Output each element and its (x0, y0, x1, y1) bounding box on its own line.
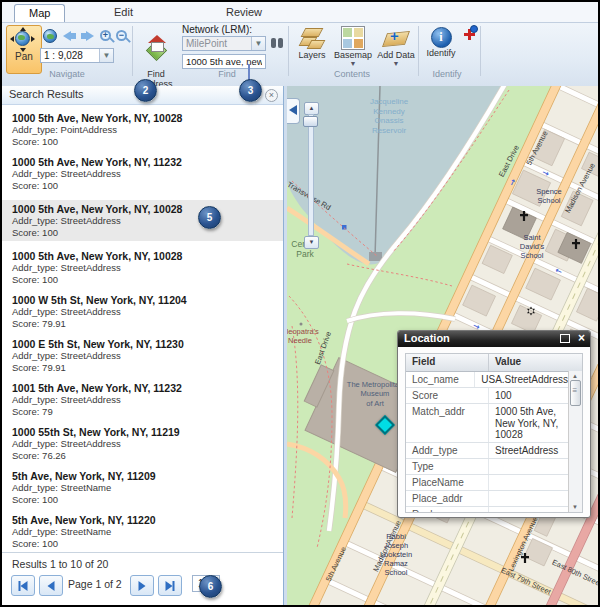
reservoir-pumphouse (369, 252, 382, 261)
result-addr-type: Addr_type: PointAddress (12, 124, 273, 136)
next-page-button[interactable] (130, 575, 154, 596)
full-extent-icon[interactable] (43, 29, 57, 43)
scroll-down-icon[interactable]: ▼ (572, 504, 578, 510)
search-result-item[interactable]: 1000 W 5th St, New York, NY, 11204 Addr_… (12, 294, 273, 329)
close-icon[interactable]: × (265, 89, 278, 102)
back-arrow-icon[interactable] (63, 29, 71, 39)
result-score: Score: 100 (12, 227, 273, 239)
attribute-field: Type (406, 459, 489, 474)
search-result-item[interactable]: 1000 5th Ave, New York, NY, 10028 Addr_t… (12, 250, 273, 285)
result-score: Score: 79.91 (12, 362, 273, 374)
search-result-item[interactable]: 1000 5th Ave, New York, NY, 10028 Addr_t… (2, 200, 283, 241)
layers-icon (299, 26, 325, 50)
tab-review[interactable]: Review (212, 4, 276, 21)
attribute-row[interactable]: Score 100 (406, 388, 582, 404)
network-value: MilePoint (186, 38, 227, 49)
scale-combo[interactable]: 1 : 9,028 ▼ (40, 48, 114, 63)
ribbon-tab-strip: Map Edit Review (2, 2, 598, 23)
result-address: 1001 5th Ave, New York, NY, 11232 (12, 382, 273, 394)
attribute-row[interactable]: Loc_name USA.StreetAddress (406, 372, 582, 388)
callout-line (248, 64, 250, 80)
first-page-button[interactable] (11, 575, 35, 596)
attribute-field: Place_addr (406, 491, 489, 506)
attribute-row[interactable]: Type (406, 459, 582, 475)
basemap-icon (341, 26, 365, 50)
layers-button[interactable]: Layers (294, 26, 330, 60)
field-column-header: Field (406, 354, 489, 371)
last-page-button[interactable] (158, 575, 182, 596)
panel-collapse-button[interactable] (287, 98, 300, 124)
result-addr-type: Addr_type: StreetAddress (12, 262, 273, 274)
tab-map[interactable]: Map (14, 4, 65, 22)
address-search-input[interactable] (182, 54, 266, 69)
identify-icon: i (431, 27, 452, 48)
network-lrm-label: Network (LRM): (182, 24, 252, 35)
attribute-field: Rank (406, 507, 489, 514)
attribute-field: PlaceName (406, 475, 489, 490)
zoom-slider-thumb[interactable] (303, 116, 318, 127)
cleopatras-needle-point (300, 323, 303, 326)
network-dropdown-arrow[interactable]: ▼ (251, 37, 265, 50)
binoculars-icon[interactable] (270, 38, 284, 49)
attribute-row[interactable]: Rank (406, 507, 582, 514)
search-result-item[interactable]: 1000 5th Ave, New York, NY, 10028 Addr_t… (12, 112, 273, 147)
location-popup: Location × Field Value Loc_name USA.Stre… (397, 330, 591, 518)
contents-group-label: Contents (302, 69, 402, 79)
popup-close-icon[interactable]: × (578, 331, 585, 345)
identify-button[interactable]: i Identify (422, 27, 460, 58)
attribute-field: Loc_name (406, 372, 475, 387)
result-address: 1000 W 5th St, New York, NY, 11204 (12, 294, 273, 306)
result-addr-type: Addr_type: StreetAddress (12, 438, 273, 450)
content-area: Search Results × 1000 5th Ave, New York,… (2, 86, 598, 605)
result-addr-type: Addr_type: StreetAddress (12, 350, 273, 362)
result-address: 5th Ave, New York, NY, 11220 (12, 514, 273, 526)
find-group-label: Find (182, 69, 272, 79)
location-attribute-table: Field Value Loc_name USA.StreetAddress S… (405, 353, 583, 513)
add-data-button[interactable]: + Add Data ▼ (375, 26, 417, 68)
result-addr-type: Addr_type: StreetAddress (12, 394, 273, 406)
result-addr-type: Addr_type: StreetName (12, 526, 273, 538)
zoom-in-icon[interactable]: + (100, 30, 111, 41)
map-viewport[interactable]: →→→ →→→ →→→ →→ → (287, 86, 598, 605)
attribute-row[interactable]: Addr_type StreetAddress (406, 443, 582, 459)
tab-edit[interactable]: Edit (100, 4, 147, 21)
search-result-item[interactable]: 1000 E 5th St, New York, NY, 11230 Addr_… (12, 338, 273, 373)
add-data-dropdown-arrow[interactable]: ▼ (375, 60, 417, 68)
ribbon: Map Edit Review Pan + − 1 : 9,028 ▼ Navi… (2, 2, 598, 86)
result-score: Score: 100 (12, 494, 273, 506)
location-popup-titlebar[interactable]: Location × (398, 331, 590, 347)
zoom-out-icon[interactable]: − (116, 30, 127, 41)
result-score: Score: 79 (12, 406, 273, 418)
attribute-field: Addr_type (406, 443, 489, 458)
scroll-thumb[interactable] (570, 380, 581, 406)
attribute-field: Score (406, 388, 489, 403)
basemap-dropdown-arrow[interactable]: ▼ (333, 60, 373, 68)
zoom-slider-down-button[interactable]: ▼ (304, 236, 319, 249)
callout-badge-6: 6 (199, 575, 222, 598)
search-result-item[interactable]: 1000 55th St, New York, NY, 11219 Addr_t… (12, 426, 273, 461)
search-result-item[interactable]: 5th Ave, New York, NY, 11209 Addr_type: … (12, 470, 273, 505)
forward-arrow-icon[interactable] (86, 29, 94, 39)
identify-crosshair-icon (464, 29, 475, 40)
basemap-button[interactable]: Basemap ▼ (333, 26, 373, 68)
ribbon-toolbar: Pan + − 1 : 9,028 ▼ Navigate Find Addres… (2, 23, 598, 79)
attribute-row[interactable]: Match_addr 1000 5th Ave, New York, NY, 1… (406, 404, 582, 443)
attribute-row[interactable]: PlaceName (406, 475, 582, 491)
maximize-icon[interactable] (560, 334, 570, 343)
prev-page-button[interactable] (39, 575, 63, 596)
popup-scrollbar[interactable]: ▲ ▼ (568, 371, 582, 512)
identify-label: Identify (426, 48, 455, 58)
scroll-up-icon[interactable]: ▲ (572, 373, 578, 379)
callout-badge-2: 2 (134, 79, 157, 102)
search-result-item[interactable]: 1000 5th Ave, New York, NY, 11232 Addr_t… (12, 156, 273, 191)
search-results-panel: Search Results × 1000 5th Ave, New York,… (2, 86, 284, 605)
search-result-item[interactable]: 5th Ave, New York, NY, 11220 Addr_type: … (12, 514, 273, 549)
zoom-slider-track[interactable] (308, 114, 314, 236)
network-combo[interactable]: MilePoint ▼ (182, 36, 266, 51)
search-result-item[interactable]: 1001 5th Ave, New York, NY, 11232 Addr_t… (12, 382, 273, 417)
scale-value: 1 : 9,028 (44, 50, 83, 61)
pan-button[interactable]: Pan (6, 25, 42, 74)
attribute-row[interactable]: Place_addr (406, 491, 582, 507)
scale-dropdown-arrow[interactable]: ▼ (99, 49, 113, 62)
result-address: 1000 5th Ave, New York, NY, 10028 (12, 250, 273, 262)
